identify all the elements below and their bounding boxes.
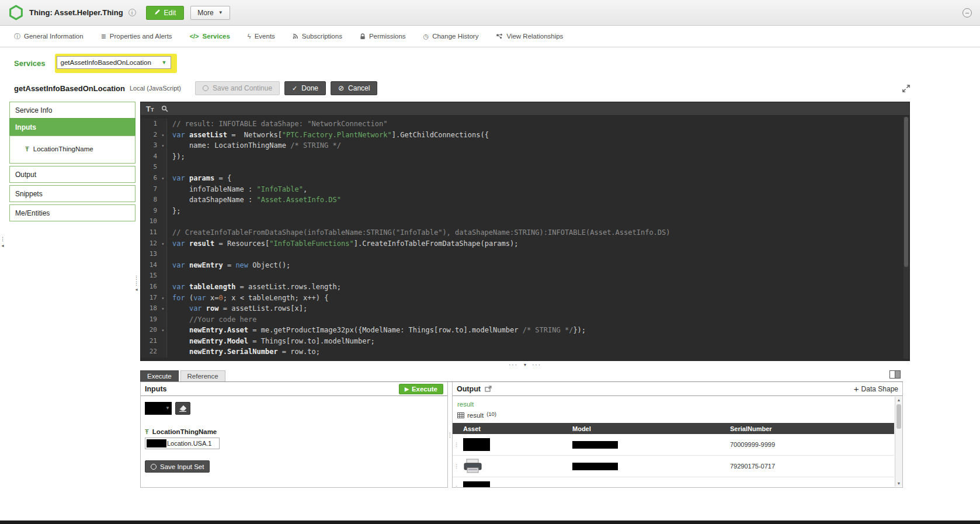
tab-label: Events bbox=[255, 33, 275, 40]
clear-inputs-button[interactable] bbox=[175, 402, 190, 415]
input-set-dropdown[interactable]: ▼ bbox=[145, 402, 172, 415]
table-row[interactable]: ⋮ bbox=[453, 477, 894, 487]
dropdown-caret-icon: ▼ bbox=[165, 405, 170, 411]
horizontal-splitter[interactable]: ··· ▾ ··· bbox=[140, 361, 910, 369]
collapse-header-icon[interactable]: – bbox=[962, 8, 972, 18]
page-title: Thing: Asset.Helper.Thing bbox=[29, 8, 123, 17]
code-line[interactable]: 14var newEntry = new Object(); bbox=[141, 260, 909, 271]
search-icon[interactable] bbox=[161, 105, 168, 112]
cancel-icon: ⊘ bbox=[338, 84, 344, 92]
code-line[interactable]: 7 infoTableName : "InfoTable", bbox=[141, 184, 909, 195]
code-lines[interactable]: 1// result: INFOTABLE dataShape: "Networ… bbox=[141, 116, 909, 360]
sidebar-item-service-info[interactable]: Service Info bbox=[9, 102, 135, 119]
sidebar-item-output[interactable]: Output bbox=[9, 166, 135, 183]
splitter-collapse-icon[interactable]: ▾ bbox=[524, 362, 526, 367]
column-header-asset: Asset bbox=[453, 425, 572, 432]
code-line[interactable]: 11// CreateInfoTableFromDataShape(infoTa… bbox=[141, 227, 909, 238]
sidebar-item-snippets[interactable]: Snippets bbox=[9, 185, 135, 202]
code-line[interactable]: 2▾var assetList = Networks["PTC.Factory.… bbox=[141, 130, 909, 141]
add-data-shape-button[interactable]: + Data Shape bbox=[854, 384, 898, 393]
code-line[interactable]: 19 //Your code here bbox=[141, 314, 909, 325]
scroll-up-icon[interactable]: ▲ bbox=[897, 398, 901, 402]
output-scrollbar[interactable]: ▲ ▼ bbox=[895, 397, 902, 487]
sidebar-item-me-entities[interactable]: Me/Entities bbox=[9, 204, 135, 221]
line-number: 20 bbox=[141, 325, 159, 336]
table-icon bbox=[457, 412, 464, 418]
cancel-button[interactable]: ⊘ Cancel bbox=[331, 81, 377, 95]
code-line[interactable]: 17▾for (var x=0; x < tableLength; x++) { bbox=[141, 293, 909, 304]
tab-change-history[interactable]: ◷Change History bbox=[423, 33, 479, 40]
table-row[interactable]: ⋮70009999-9999 bbox=[453, 434, 894, 456]
code-line[interactable]: 1// result: INFOTABLE dataShape: "Networ… bbox=[141, 119, 909, 130]
code-line[interactable]: 18▾ var row = assetList.rows[x]; bbox=[141, 303, 909, 314]
tab-label: Change History bbox=[432, 33, 478, 40]
code-line[interactable]: 20▾ newEntry.Asset = me.getProductImage3… bbox=[141, 325, 909, 336]
table-row[interactable]: ⋮79290175-0717 bbox=[453, 456, 894, 477]
code-line[interactable]: 22 newEntry.SerialNumber = row.to; bbox=[141, 346, 909, 358]
output-scrollbar-thumb[interactable] bbox=[896, 404, 901, 429]
save-input-set-button[interactable]: Save Input Set bbox=[145, 460, 210, 473]
cell-asset bbox=[453, 459, 572, 474]
code-editor[interactable]: TT 1// result: INFOTABLE dataShape: "Net… bbox=[140, 102, 910, 361]
tab-properties-and-alerts[interactable]: ≣Properties and Alerts bbox=[101, 33, 172, 40]
code-line[interactable]: 8 dataShapeName : "Asset.AssetInfo.DS" bbox=[141, 195, 909, 206]
save-and-continue-button[interactable]: Save and Continue bbox=[195, 81, 280, 95]
line-number: 14 bbox=[141, 260, 159, 271]
help-icon[interactable]: i bbox=[128, 9, 136, 16]
editor-scrollbar-thumb[interactable] bbox=[904, 117, 908, 267]
tab-label: General Information bbox=[24, 33, 84, 40]
tab-reference[interactable]: Reference bbox=[180, 370, 225, 381]
code-line[interactable]: 9}; bbox=[141, 206, 909, 217]
code-line[interactable]: 4}); bbox=[141, 151, 909, 162]
code-line[interactable]: 12▾var result = Resources["InfoTableFunc… bbox=[141, 238, 909, 249]
vertical-splitter[interactable]: ⋮ bbox=[448, 382, 452, 488]
edit-button[interactable]: Edit bbox=[146, 6, 185, 20]
fold-marker-icon[interactable]: ▾ bbox=[159, 325, 167, 336]
tab-execute[interactable]: Execute bbox=[140, 370, 179, 381]
service-dropdown[interactable]: getAssetInfoBasedOnLocation ▼ bbox=[57, 56, 171, 69]
editor-scrollbar[interactable] bbox=[903, 117, 909, 359]
fold-marker-icon[interactable]: ▾ bbox=[159, 303, 167, 314]
splitter-dots: ··· bbox=[532, 362, 541, 368]
done-button[interactable]: ✓ Done bbox=[284, 81, 326, 95]
code-line[interactable]: 21 newEntry.Model = Things[row.to].model… bbox=[141, 336, 909, 347]
scroll-down-icon[interactable]: ▼ bbox=[897, 481, 901, 485]
result-name: result bbox=[467, 412, 484, 419]
panel-layout-icon[interactable] bbox=[889, 370, 901, 379]
expand-icon[interactable] bbox=[902, 85, 910, 92]
code-line[interactable]: 3▾ name: LocationThingName /* STRING */ bbox=[141, 140, 909, 151]
popout-icon[interactable] bbox=[485, 386, 492, 392]
left-panel-collapse-handle[interactable]: ⋮◂ bbox=[0, 236, 5, 249]
services-picker-row: Services getAssetInfoBasedOnLocation ▼ bbox=[0, 47, 980, 76]
code-line[interactable]: 6▾var params = { bbox=[141, 173, 909, 184]
result-link[interactable]: result bbox=[453, 396, 478, 410]
tab-permissions[interactable]: Permissions bbox=[360, 33, 406, 40]
app-header: Thing: Asset.Helper.Thing i Edit More ▼ … bbox=[0, 0, 980, 26]
code-line[interactable]: 5 bbox=[141, 162, 909, 173]
more-button[interactable]: More ▼ bbox=[190, 6, 230, 20]
location-thing-name-input[interactable]: Location.USA.1 bbox=[145, 438, 220, 449]
fold-marker-icon[interactable]: ▾ bbox=[159, 173, 167, 184]
tab-services[interactable]: </>Services bbox=[190, 33, 230, 40]
tab-events[interactable]: ϟEvents bbox=[248, 33, 275, 40]
sidebar-resize-handle[interactable]: ⋮⋮◂ bbox=[134, 275, 139, 293]
sidebar-item-inputs[interactable]: Inputs bbox=[9, 118, 135, 136]
tab-view-relationships[interactable]: View Relationships bbox=[496, 33, 563, 40]
sidebar-param-locationthingname[interactable]: ŦLocationThingName bbox=[9, 136, 135, 164]
circle-icon bbox=[203, 85, 208, 91]
code-line[interactable]: 15 bbox=[141, 270, 909, 282]
fold-marker-icon[interactable]: ▾ bbox=[159, 293, 167, 304]
service-header: getAssetInfoBasedOnLocation Local (JavaS… bbox=[0, 76, 980, 100]
redacted-text bbox=[147, 439, 166, 447]
code-line[interactable]: 10 bbox=[141, 216, 909, 227]
tab-subscriptions[interactable]: Subscriptions bbox=[293, 33, 342, 40]
fold-marker-icon[interactable]: ▾ bbox=[159, 130, 167, 141]
subscriptions-icon bbox=[293, 33, 298, 39]
execute-button[interactable]: ▶ Execute bbox=[399, 384, 443, 394]
code-line[interactable]: 13 bbox=[141, 249, 909, 260]
font-size-icon[interactable]: TT bbox=[146, 105, 154, 113]
fold-marker-icon[interactable]: ▾ bbox=[159, 238, 167, 249]
code-line[interactable]: 16var tableLength = assetList.rows.lengt… bbox=[141, 282, 909, 293]
fold-marker-icon[interactable]: ▾ bbox=[159, 140, 167, 151]
tab-general-information[interactable]: ⓘGeneral Information bbox=[14, 32, 84, 41]
